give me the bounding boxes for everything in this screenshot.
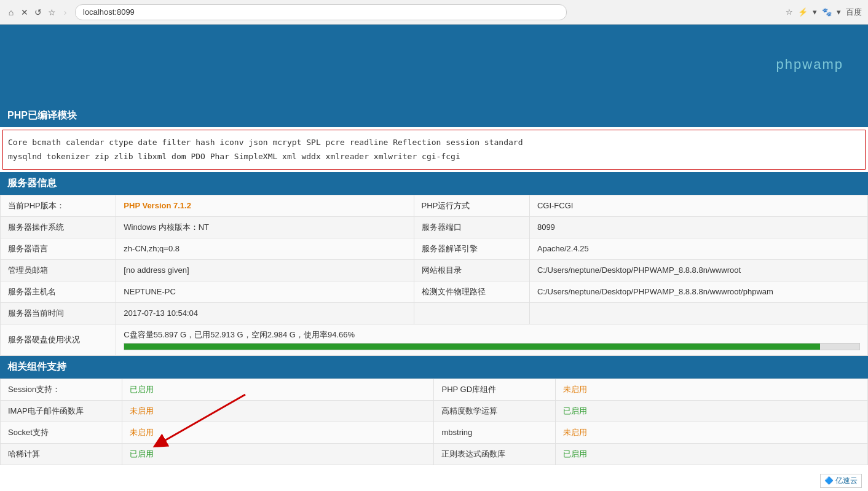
table-row: 当前PHP版本： PHP Version 7.1.2 PHP运行方式 CGI-F…	[1, 195, 868, 216]
value-session: 已启用	[122, 379, 434, 400]
header-banner: phpwamp	[0, 25, 868, 104]
label-disk: 服务器硬盘使用状况	[1, 324, 116, 355]
label-php-version: 当前PHP版本：	[1, 195, 116, 216]
value-gd: 未启用	[556, 379, 868, 400]
forward-icon[interactable]: ›	[60, 7, 70, 17]
browser-controls: ⌂ ✕ ↺ ☆ ›	[6, 7, 70, 17]
components-table: Session支持： 已启用 PHP GD库组件 未启用 IMAP电子邮件函数库…	[0, 379, 868, 465]
value-webroot: C:/Users/neptune/Desktop/PHPWAMP_8.8.8.8…	[529, 259, 867, 281]
value-math: 已启用	[556, 400, 868, 422]
value-hostname: NEPTUNE-PC	[116, 281, 414, 302]
value-time: 2017-07-13 10:54:04	[116, 302, 414, 324]
value-imap: 未启用	[122, 400, 434, 422]
watermark-text: 亿速云	[835, 476, 858, 485]
table-row: 管理员邮箱 [no address given] 网站根目录 C:/Users/…	[1, 259, 868, 281]
value-interpreter: Apache/2.4.25	[529, 238, 867, 259]
label-gd: PHP GD库组件	[434, 379, 556, 400]
label-regex: 正则表达式函数库	[434, 443, 556, 465]
label-webroot: 网站根目录	[414, 259, 529, 281]
modules-line2: mysqlnd tokenizer zip zlib libxml dom PD…	[8, 152, 460, 161]
user-icon[interactable]: 🐾	[822, 7, 832, 17]
php-modules-header: PHP已编译模块	[0, 104, 868, 127]
label-session: Session支持：	[1, 379, 122, 400]
value-empty1	[529, 302, 867, 324]
value-php-mode: CGI-FCGI	[529, 195, 867, 216]
label-math: 高精度数学运算	[434, 400, 556, 422]
label-socket: Socket支持	[1, 422, 122, 443]
close-icon[interactable]: ✕	[20, 7, 30, 17]
table-row: Socket支持 未启用 mbstring 未启用	[1, 422, 868, 443]
address-bar[interactable]: localhost:8099	[75, 4, 567, 20]
value-hash: 已启用	[122, 443, 434, 465]
label-language: 服务器语言	[1, 238, 116, 259]
label-hash: 哈稀计算	[1, 443, 122, 465]
app-title: phpwamp	[776, 57, 843, 73]
table-row: Session支持： 已启用 PHP GD库组件 未启用	[1, 379, 868, 400]
php-modules-box: Core bcmath calendar ctype date filter h…	[2, 130, 866, 170]
table-row: 服务器语言 zh-CN,zh;q=0.8 服务器解译引擎 Apache/2.4.…	[1, 238, 868, 259]
value-disk: C盘容量55.897 G，已用52.913 G，空闲2.984 G，使用率94.…	[116, 324, 868, 355]
components-section: 相关组件支持 Session支持： 已启用 PHP GD库组件 未启用 IMAP…	[0, 356, 868, 465]
modules-line1: Core bcmath calendar ctype date filter h…	[8, 138, 523, 147]
search-engine-label: 百度	[846, 7, 862, 18]
label-interpreter: 服务器解译引擎	[414, 238, 529, 259]
label-imap: IMAP电子邮件函数库	[1, 400, 122, 422]
table-row: 哈稀计算 已启用 正则表达式函数库 已启用	[1, 443, 868, 465]
url-text: localhost:8099	[83, 7, 135, 17]
back-icon[interactable]: ↺	[33, 7, 43, 17]
browser-chrome: ⌂ ✕ ↺ ☆ › localhost:8099 ☆ ⚡ ▾ 🐾 ▾ 百度	[0, 0, 868, 25]
value-php-version: PHP Version 7.1.2	[116, 195, 414, 216]
watermark-icon: 🔷	[824, 476, 834, 485]
page-content: phpwamp PHP已编译模块 Core bcmath calendar ct…	[0, 25, 868, 491]
value-physpath: C:/Users/neptune/Desktop/PHPWAMP_8.8.8.8…	[529, 281, 867, 302]
value-mbstring: 未启用	[556, 422, 868, 443]
home-icon[interactable]: ⌂	[6, 7, 16, 17]
components-header: 相关组件支持	[0, 356, 868, 379]
label-empty1	[414, 302, 529, 324]
table-row: 服务器操作系统 Windows 内核版本：NT 服务器端口 8099	[1, 216, 868, 238]
watermark: 🔷 亿速云	[820, 474, 862, 488]
table-row: 服务器当前时间 2017-07-13 10:54:04	[1, 302, 868, 324]
label-php-mode: PHP运行方式	[414, 195, 529, 216]
lightning-icon[interactable]: ⚡	[798, 7, 808, 17]
server-info-header: 服务器信息	[0, 172, 868, 195]
browser-right: ☆ ⚡ ▾ 🐾 ▾ 百度	[786, 7, 862, 18]
table-row: 服务器硬盘使用状况 C盘容量55.897 G，已用52.913 G，空闲2.98…	[1, 324, 868, 355]
php-modules-section: PHP已编译模块 Core bcmath calendar ctype date…	[0, 104, 868, 170]
star-outline-icon[interactable]: ☆	[786, 7, 793, 17]
disk-usage-text: C盘容量55.897 G，已用52.913 G，空闲2.984 G，使用率94.…	[124, 329, 860, 340]
table-row: IMAP电子邮件函数库 未启用 高精度数学运算 已启	[1, 400, 868, 422]
dropdown-icon[interactable]: ▾	[813, 7, 817, 17]
value-socket: 未启用	[122, 422, 434, 443]
label-email: 管理员邮箱	[1, 259, 116, 281]
label-os: 服务器操作系统	[1, 216, 116, 238]
star-icon[interactable]: ☆	[47, 7, 57, 17]
disk-bar-container	[124, 343, 860, 350]
label-mbstring: mbstring	[434, 422, 556, 443]
server-info-table: 当前PHP版本： PHP Version 7.1.2 PHP运行方式 CGI-F…	[0, 195, 868, 356]
label-time: 服务器当前时间	[1, 302, 116, 324]
php-modules-text: Core bcmath calendar ctype date filter h…	[8, 135, 860, 164]
label-physpath: 检测文件物理路径	[414, 281, 529, 302]
value-regex: 已启用	[556, 443, 868, 465]
table-row: 服务器主机名 NEPTUNE-PC 检测文件物理路径 C:/Users/nept…	[1, 281, 868, 302]
value-language: zh-CN,zh;q=0.8	[116, 238, 414, 259]
value-port: 8099	[529, 216, 867, 238]
value-os: Windows 内核版本：NT	[116, 216, 414, 238]
value-email: [no address given]	[116, 259, 414, 281]
chevron-icon[interactable]: ▾	[837, 7, 841, 17]
disk-bar-fill	[124, 344, 820, 350]
label-port: 服务器端口	[414, 216, 529, 238]
label-hostname: 服务器主机名	[1, 281, 116, 302]
server-info-section: 服务器信息 当前PHP版本： PHP Version 7.1.2 PHP运行方式…	[0, 172, 868, 356]
